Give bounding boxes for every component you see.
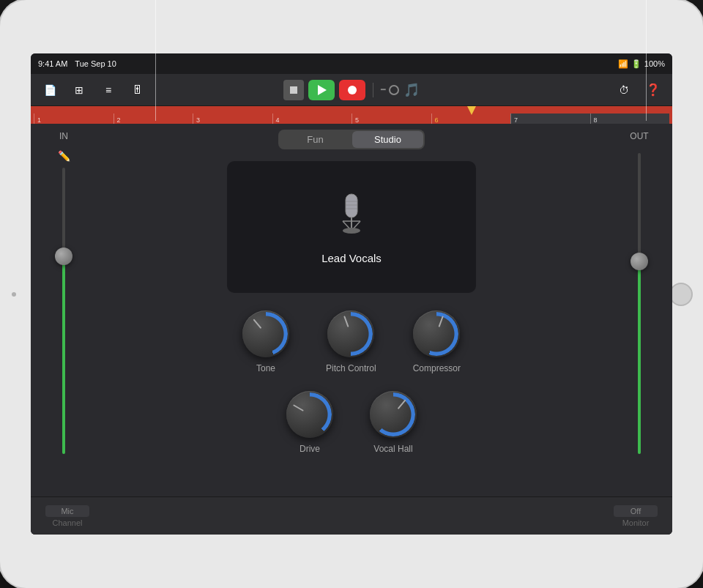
instrument-name: Lead Vocals <box>321 252 382 264</box>
knob-container-pitch: Pitch Control <box>326 310 376 373</box>
ruler-mark-5: 5 <box>352 113 431 124</box>
play-icon <box>318 85 327 95</box>
left-fader-track <box>62 168 65 454</box>
channel-label: Channel <box>53 518 83 527</box>
ruler-mark-6: 6 <box>431 113 511 124</box>
monitor-value[interactable]: Off <box>614 505 658 517</box>
home-button[interactable] <box>669 283 693 306</box>
ruler-mark-2: 2 <box>114 113 193 124</box>
monitor-section: Off Monitor <box>614 505 658 527</box>
left-fader-section: IN ✏️ <box>31 124 97 535</box>
toolbar: 📄 ⊞ ≡ 🎚 ━ 🎵 <box>31 74 672 106</box>
channel-value[interactable]: Mic <box>45 505 89 517</box>
knob-drive[interactable] <box>286 391 333 438</box>
svg-point-8 <box>343 228 360 234</box>
ruler-mark-7: 7 <box>510 113 590 124</box>
svg-rect-0 <box>346 194 357 217</box>
record-button[interactable] <box>339 80 365 100</box>
right-fader-knob[interactable] <box>631 253 648 270</box>
battery-icon: 🔋 <box>631 59 641 69</box>
toolbar-right: ⏱ ❓ <box>612 80 665 100</box>
play-button[interactable] <box>308 80 335 100</box>
main-content: IN ✏️ Fun Studio <box>31 124 672 535</box>
ruler-marks: 1 2 3 4 5 6 7 8 <box>34 106 669 124</box>
status-left: 9:41 AM Tue Sep 10 <box>38 59 116 68</box>
mixer-button[interactable]: ≡ <box>97 80 120 100</box>
tracks-button[interactable]: ⊞ <box>67 80 91 100</box>
status-time: 9:41 AM <box>38 59 67 68</box>
ruler-mark-3: 3 <box>193 113 272 124</box>
knob-pitch-label: Pitch Control <box>326 363 376 373</box>
knobs-row-1: Tone Pitch Control Compressor <box>111 310 592 373</box>
knob-compressor[interactable] <box>413 310 460 357</box>
status-bar: 9:41 AM Tue Sep 10 📶 🔋 100% <box>31 53 672 74</box>
knob-compressor-label: Compressor <box>413 363 461 373</box>
right-fader-section: OUT <box>606 124 672 535</box>
knobs-row-2: Drive Vocal Hall <box>111 391 592 454</box>
clock-button[interactable]: ⏱ <box>612 80 636 100</box>
wifi-icon: 📶 <box>618 59 628 69</box>
center-panel: Fun Studio <box>97 124 606 535</box>
knob-pitch-indicator <box>343 316 349 327</box>
knob-drive-indicator <box>293 404 304 412</box>
instrument-display: Lead Vocals <box>227 161 476 293</box>
knob-tone[interactable] <box>242 310 289 357</box>
timeline-ruler[interactable]: 1 2 3 4 5 6 7 8 <box>31 106 672 124</box>
knob-tone-label: Tone <box>256 363 275 373</box>
ruler-mark-4: 4 <box>272 113 352 124</box>
mode-tabs: Fun Studio <box>278 130 425 149</box>
battery-percent: 100% <box>644 59 665 68</box>
ipad-screen: 9:41 AM Tue Sep 10 📶 🔋 100% 📄 ⊞ ≡ 🎚 <box>31 53 672 535</box>
channel-section: Mic Channel <box>45 505 89 527</box>
knob-vocalhall-label: Vocal Hall <box>373 444 412 454</box>
status-right: 📶 🔋 100% <box>618 59 665 69</box>
out-label: OUT <box>630 131 648 141</box>
status-date: Tue Sep 10 <box>75 59 116 68</box>
in-label: IN <box>59 131 68 141</box>
doc-button[interactable]: 📄 <box>38 80 62 100</box>
knob-drive-label: Drive <box>300 444 320 454</box>
monitor-label: Monitor <box>622 518 650 527</box>
ruler-inner: 1 2 3 4 5 6 7 8 <box>31 106 672 124</box>
right-fader-track-container[interactable] <box>606 147 672 498</box>
side-button <box>12 292 16 297</box>
ruler-mark-1: 1 <box>34 113 114 124</box>
left-fader-knob[interactable] <box>55 248 72 265</box>
metronome-icon[interactable]: 🎵 <box>403 82 420 98</box>
knob-container-tone: Tone <box>242 310 289 373</box>
right-fader-track <box>638 153 641 454</box>
knob-compressor-indicator <box>439 316 444 327</box>
knob-container-drive: Drive <box>286 391 333 454</box>
circle-indicator <box>389 85 399 95</box>
help-button[interactable]: ❓ <box>641 80 665 100</box>
knob-pitch-control[interactable] <box>327 310 374 357</box>
knob-tone-indicator <box>253 319 261 329</box>
eq-button[interactable]: 🎚 <box>126 80 149 100</box>
knob-vocal-hall[interactable] <box>370 391 417 438</box>
left-fader-track-container[interactable] <box>31 162 97 498</box>
bottom-bar: Mic Channel Off Monitor <box>31 496 672 535</box>
ruler-mark-8: 8 <box>590 113 670 124</box>
tempo-area: ━ <box>381 85 399 95</box>
pencil-icon[interactable]: ✏️ <box>58 150 70 162</box>
tab-studio[interactable]: Studio <box>352 131 423 148</box>
microphone-graphic <box>330 190 373 252</box>
ipad-frame: 9:41 AM Tue Sep 10 📶 🔋 100% 📄 ⊞ ≡ 🎚 <box>0 0 703 588</box>
knob-container-compressor: Compressor <box>413 310 461 373</box>
knob-vocalhall-indicator <box>398 399 406 409</box>
separator <box>373 83 373 97</box>
record-icon <box>348 86 357 94</box>
toolbar-center: ━ 🎵 <box>283 80 420 100</box>
stop-button[interactable] <box>283 80 304 100</box>
playhead[interactable] <box>467 106 476 115</box>
tab-fun[interactable]: Fun <box>280 131 351 148</box>
knob-container-vocal-hall: Vocal Hall <box>370 391 417 454</box>
stop-icon <box>290 86 297 94</box>
